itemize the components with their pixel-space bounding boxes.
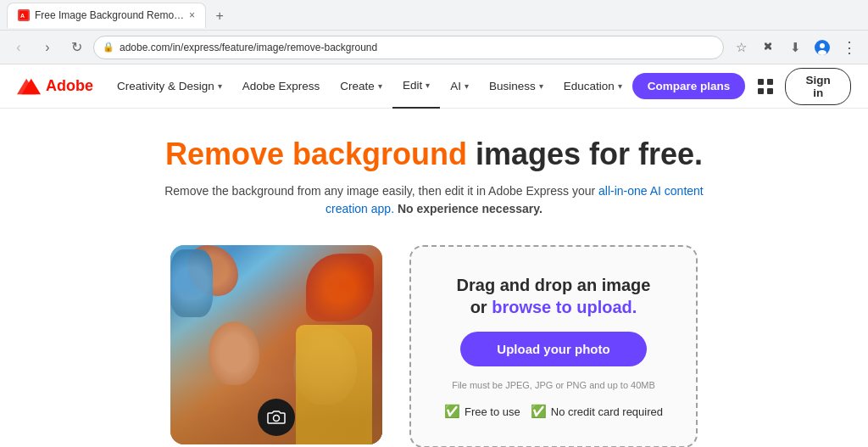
- apps-grid-icon[interactable]: [755, 76, 775, 97]
- chevron-down-icon: ▾: [378, 81, 382, 91]
- free-to-use-label: Free to use: [465, 405, 520, 418]
- extensions-icon: [761, 41, 775, 54]
- upload-section: Drag and drop an image or browse to uplo…: [409, 245, 698, 447]
- check-icon-1: ✅: [444, 404, 460, 419]
- free-to-use-badge: ✅ Free to use: [444, 404, 520, 419]
- camera-icon: [267, 410, 286, 425]
- svg-rect-10: [767, 88, 773, 94]
- hero-subtitle-text: Remove the background from any image eas…: [164, 184, 598, 198]
- nav-actions: Compare plans Sign in: [632, 68, 851, 105]
- browser-tab-bar: A Free Image Background Remo… × +: [0, 0, 868, 31]
- bookmark-button[interactable]: ☆: [729, 36, 753, 59]
- tab-favicon: A: [18, 9, 30, 21]
- hero-title-highlight: Remove background: [165, 137, 467, 171]
- tab-title: Free Image Background Remo…: [35, 9, 184, 21]
- adobe-navbar: Adobe Creativity & Design ▾ Adobe Expres…: [0, 64, 868, 109]
- chevron-down-icon: ▾: [465, 81, 469, 91]
- menu-button[interactable]: ⋮: [837, 36, 861, 59]
- chevron-down-icon: ▾: [218, 81, 222, 91]
- image-camera-button[interactable]: [258, 399, 295, 436]
- drag-drop-text: Drag and drop an image: [457, 276, 651, 294]
- svg-rect-9: [758, 88, 764, 94]
- check-icon-2: ✅: [531, 404, 547, 419]
- back-button[interactable]: ‹: [7, 36, 31, 59]
- no-credit-card-badge: ✅ No credit card required: [531, 404, 663, 419]
- adobe-logo-svg: [17, 78, 41, 95]
- lock-icon: 🔒: [103, 42, 114, 53]
- main-area: 🖱 Drag and drop an image or browse to up…: [0, 232, 868, 447]
- nav-item-business[interactable]: Business ▾: [479, 64, 554, 109]
- hero-title: Remove background images for free.: [17, 136, 851, 172]
- profile-button[interactable]: [810, 36, 834, 59]
- hero-section: Remove background images for free. Remov…: [0, 109, 868, 232]
- or-text: or: [470, 298, 492, 316]
- upload-photo-button[interactable]: Upload your photo: [460, 332, 647, 366]
- chevron-down-icon: ▾: [426, 81, 430, 90]
- chevron-down-icon: ▾: [539, 81, 543, 91]
- browser-toolbar: ‹ › ↻ 🔒 adobe.com/in/express/feature/ima…: [0, 31, 868, 64]
- forward-button[interactable]: ›: [36, 36, 59, 59]
- nav-item-education[interactable]: Education ▾: [554, 64, 632, 109]
- hero-subtitle: Remove the background from any image eas…: [163, 182, 705, 218]
- image-preview: [170, 245, 382, 444]
- nav-item-edit[interactable]: Edit ▾: [392, 64, 440, 109]
- tab-close-icon[interactable]: ×: [189, 9, 195, 21]
- adobe-logo[interactable]: Adobe: [17, 77, 93, 95]
- svg-point-3: [820, 43, 825, 48]
- compare-plans-button[interactable]: Compare plans: [632, 73, 746, 99]
- image-preview-section: 🖱: [170, 245, 382, 447]
- tab-bar-container: A Free Image Background Remo… × +: [7, 3, 861, 28]
- reload-button[interactable]: ↻: [64, 36, 88, 59]
- upload-badges: ✅ Free to use ✅ No credit card required: [444, 404, 663, 419]
- extensions-button[interactable]: [756, 36, 780, 59]
- browse-text[interactable]: browse to upload.: [492, 298, 637, 316]
- download-button[interactable]: ⬇: [783, 36, 807, 59]
- nav-item-create[interactable]: Create ▾: [330, 64, 392, 109]
- svg-rect-8: [767, 79, 773, 85]
- adobe-logo-text: Adobe: [46, 77, 93, 95]
- upload-box-title: Drag and drop an image or browse to uplo…: [457, 274, 651, 318]
- hero-subtitle-bold: No experience necessary.: [394, 202, 542, 215]
- no-credit-card-label: No credit card required: [551, 405, 663, 418]
- nav-item-express[interactable]: Adobe Express: [232, 64, 331, 109]
- nav-item-ai[interactable]: AI ▾: [440, 64, 479, 109]
- upload-box: Drag and drop an image or browse to uplo…: [409, 245, 698, 447]
- new-tab-button[interactable]: +: [208, 4, 231, 28]
- toolbar-actions: ☆ ⬇ ⋮: [729, 36, 861, 59]
- svg-point-11: [274, 416, 280, 422]
- svg-text:A: A: [20, 13, 25, 19]
- browser-frame: A Free Image Background Remo… × + ‹ › ↻ …: [0, 0, 868, 447]
- sign-in-button[interactable]: Sign in: [785, 68, 851, 105]
- svg-rect-7: [758, 79, 764, 85]
- nav-items: Creativity & Design ▾ Adobe Express Crea…: [107, 64, 632, 109]
- file-hint: File must be JPEG, JPG or PNG and up to …: [452, 380, 655, 390]
- address-text: adobe.com/in/express/feature/image/remov…: [120, 42, 715, 53]
- page-content: Adobe Creativity & Design ▾ Adobe Expres…: [0, 64, 868, 447]
- hero-title-rest: images for free.: [467, 137, 703, 171]
- chevron-down-icon: ▾: [618, 81, 622, 91]
- profile-icon: [815, 40, 830, 55]
- svg-point-4: [818, 50, 826, 55]
- nav-item-creativity[interactable]: Creativity & Design ▾: [107, 64, 232, 109]
- browser-tab-active[interactable]: A Free Image Background Remo… ×: [7, 3, 206, 28]
- address-bar[interactable]: 🔒 adobe.com/in/express/feature/image/rem…: [93, 36, 724, 59]
